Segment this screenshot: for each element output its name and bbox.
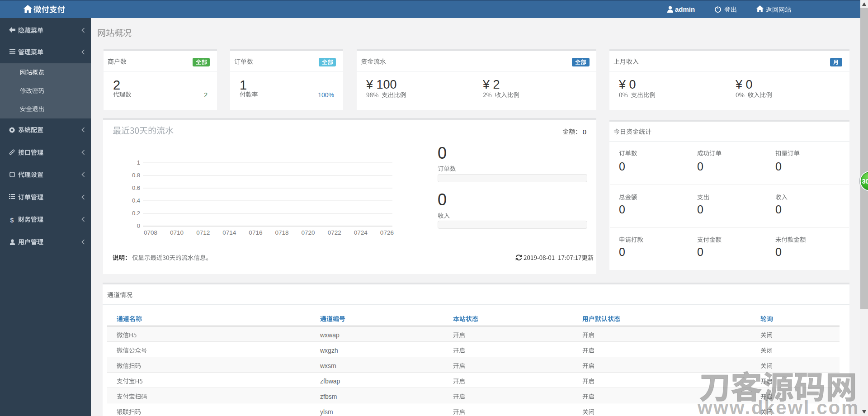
svg-text:300: 300 [862,178,868,185]
svg-text:$: $ [10,217,14,223]
